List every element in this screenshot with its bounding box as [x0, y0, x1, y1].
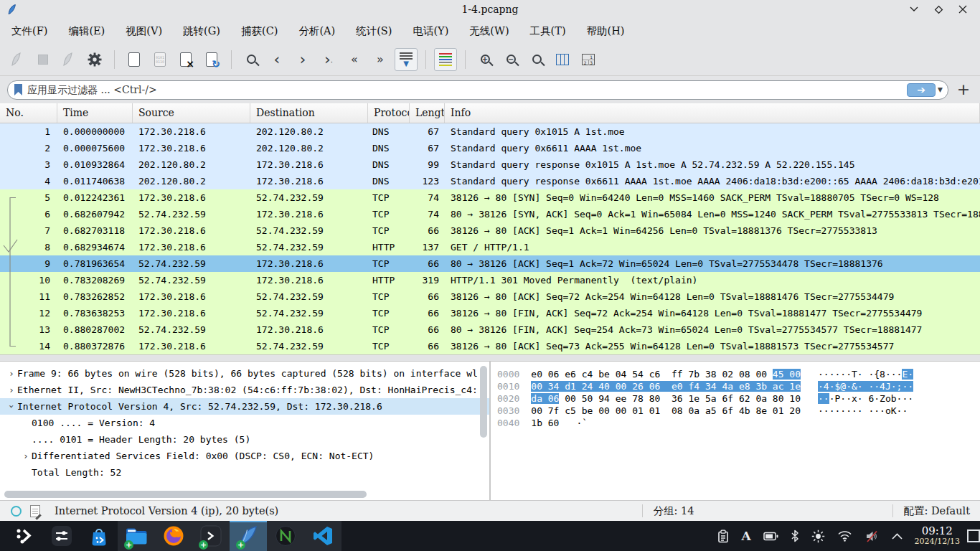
- reload-file-button[interactable]: ↻: [200, 48, 223, 71]
- go-to-packet-button[interactable]: ›·: [317, 48, 340, 71]
- column-header-lengtl[interactable]: Lengtl: [410, 103, 445, 123]
- find-packet-button[interactable]: [240, 48, 263, 71]
- vscode-taskbar-button[interactable]: [304, 521, 341, 551]
- detail-row[interactable]: ›Differentiated Services Field: 0x00 (DS…: [0, 448, 489, 464]
- hex-row[interactable]: 003000 7f c5 be 00 00 01 01 08 0a a5 6f …: [497, 405, 980, 417]
- capture-options-button[interactable]: [83, 48, 106, 71]
- control-center-taskbar-button[interactable]: [43, 521, 80, 551]
- restart-capture-button[interactable]: [57, 48, 80, 71]
- menu-item-7[interactable]: 电话(Y): [410, 22, 451, 40]
- number-columns-button[interactable]: 123: [577, 48, 600, 71]
- firefox-taskbar-button[interactable]: [155, 521, 192, 551]
- column-header-time[interactable]: Time: [57, 103, 133, 123]
- clipboard-icon[interactable]: [717, 529, 729, 543]
- packet-row[interactable]: 50.012242361172.30.218.652.74.232.59TCP7…: [0, 189, 980, 206]
- detail-row[interactable]: Total Length: 52: [0, 464, 489, 481]
- column-header-protocol[interactable]: Protocol: [368, 103, 410, 123]
- stop-capture-button[interactable]: [32, 48, 55, 71]
- display-filter-input[interactable]: [27, 84, 907, 95]
- app-store-taskbar-button[interactable]: [80, 521, 118, 551]
- expander-icon[interactable]: ›: [6, 365, 17, 382]
- show-desktop-button[interactable]: [967, 529, 980, 542]
- hex-row[interactable]: 001000 34 d1 24 40 00 26 06 e0 f4 34 4a …: [497, 380, 980, 392]
- expander-icon[interactable]: ›: [20, 448, 32, 464]
- detail-row[interactable]: ›Frame 9: 66 bytes on wire (528 bits), 6…: [0, 365, 489, 382]
- open-file-button[interactable]: [123, 48, 146, 71]
- filter-dropdown-caret-icon[interactable]: ▼: [938, 86, 943, 93]
- packet-row[interactable]: 140.880372876172.30.218.652.74.232.59TCP…: [0, 338, 980, 354]
- packet-row[interactable]: 30.010932864202.120.80.2172.30.218.6DNS9…: [0, 156, 980, 173]
- chevron-up-icon[interactable]: [891, 532, 903, 540]
- wireshark-taskbar-button[interactable]: +: [230, 521, 267, 551]
- minimize-button[interactable]: [907, 2, 921, 17]
- apply-filter-button[interactable]: ➔: [907, 83, 936, 97]
- column-header-no[interactable]: No.: [0, 103, 57, 123]
- bluetooth-icon[interactable]: [791, 529, 799, 542]
- taskbar-clock[interactable]: 09:12 2024/12/13: [915, 525, 960, 547]
- go-forward-button[interactable]: ›: [291, 48, 314, 71]
- packet-row[interactable]: 40.011740638202.120.80.2172.30.218.6DNS1…: [0, 173, 980, 189]
- start-capture-button[interactable]: [6, 48, 29, 71]
- menu-item-6[interactable]: 统计(S): [353, 22, 395, 40]
- detail-row[interactable]: ›Internet Protocol Version 4, Src: 52.74…: [0, 398, 489, 415]
- maximize-button[interactable]: [931, 2, 946, 17]
- terminal-taskbar-button[interactable]: +: [192, 521, 230, 551]
- go-back-button[interactable]: ‹: [265, 48, 288, 71]
- packet-row[interactable]: 90.78196365452.74.232.59172.30.218.6TCP6…: [0, 255, 980, 272]
- add-filter-button-plus-icon[interactable]: +: [954, 80, 973, 99]
- details-horizontal-scrollbar[interactable]: [4, 491, 471, 498]
- packet-row[interactable]: 10.000000000172.30.218.6202.120.80.2DNS6…: [0, 123, 980, 140]
- column-header-source[interactable]: Source: [133, 103, 250, 123]
- column-header-info[interactable]: Info: [445, 103, 980, 123]
- menu-item-0[interactable]: 文件(F): [9, 22, 50, 40]
- capture-comment-icon[interactable]: [30, 505, 40, 517]
- column-header-destination[interactable]: Destination: [250, 103, 368, 123]
- volume-muted-icon[interactable]: [864, 530, 879, 542]
- pane-splitter[interactable]: [0, 354, 980, 362]
- colorize-button[interactable]: [434, 48, 457, 71]
- hex-row[interactable]: 0020da 06 00 50 94 ee 78 80 36 1e 5a 6f …: [497, 392, 980, 405]
- detail-row[interactable]: .... 0101 = Header Length: 20 bytes (5): [0, 431, 489, 448]
- auto-scroll-button[interactable]: ▼: [395, 48, 418, 71]
- close-button[interactable]: [956, 2, 970, 17]
- last-packet-button[interactable]: »: [369, 48, 392, 71]
- packet-row[interactable]: 120.783638253172.30.218.652.74.232.59TCP…: [0, 305, 980, 321]
- menu-item-10[interactable]: 帮助(H): [584, 22, 628, 40]
- launcher-taskbar-button[interactable]: [6, 521, 43, 551]
- packet-row[interactable]: 100.78320826952.74.232.59172.30.218.6HTT…: [0, 272, 980, 288]
- hex-row[interactable]: 0000e0 06 e6 c4 be 04 54 c6 ff 7b 38 02 …: [497, 368, 980, 380]
- close-file-button[interactable]: ×: [174, 48, 197, 71]
- packet-row[interactable]: 130.88028700252.74.232.59172.30.218.6TCP…: [0, 321, 980, 338]
- zoom-reset-button[interactable]: [525, 48, 548, 71]
- packet-row[interactable]: 70.682703118172.30.218.652.74.232.59TCP6…: [0, 222, 980, 239]
- detail-row[interactable]: ›Ethernet II, Src: NewH3CTechno_7b:38:02…: [0, 382, 489, 398]
- profile-name[interactable]: 配置: Default: [903, 504, 980, 518]
- expander-icon[interactable]: ›: [4, 401, 20, 413]
- hex-row[interactable]: 00401b 60·`: [497, 417, 980, 429]
- packet-row[interactable]: 110.783262852172.30.218.652.74.232.59TCP…: [0, 288, 980, 305]
- expander-icon[interactable]: ›: [6, 382, 17, 398]
- file-manager-taskbar-button[interactable]: +: [118, 521, 155, 551]
- zoom-in-button[interactable]: +: [473, 48, 496, 71]
- packet-row[interactable]: 80.682934674172.30.218.652.74.232.59HTTP…: [0, 239, 980, 255]
- menu-item-4[interactable]: 捕获(C): [238, 22, 281, 40]
- expert-info-icon[interactable]: [11, 506, 22, 517]
- save-file-button[interactable]: 01010110: [149, 48, 171, 71]
- zoom-out-button[interactable]: −: [499, 48, 522, 71]
- detail-row[interactable]: 0100 .... = Version: 4: [0, 415, 489, 431]
- menu-item-2[interactable]: 视图(V): [123, 22, 165, 40]
- filter-bookmark-icon[interactable]: [14, 84, 22, 95]
- details-vertical-scrollbar[interactable]: [480, 366, 487, 481]
- menu-item-9[interactable]: 工具(T): [527, 22, 569, 40]
- menu-item-3[interactable]: 跳转(G): [180, 22, 223, 40]
- brightness-icon[interactable]: [811, 529, 825, 543]
- packet-row[interactable]: 60.68260794252.74.232.59172.30.218.6TCP7…: [0, 206, 980, 222]
- menu-item-8[interactable]: 无线(W): [466, 22, 512, 40]
- first-packet-button[interactable]: «: [343, 48, 366, 71]
- neovim-taskbar-button[interactable]: [267, 521, 304, 551]
- menu-item-1[interactable]: 编辑(E): [65, 22, 108, 40]
- packet-row[interactable]: 20.000075600172.30.218.6202.120.80.2DNS6…: [0, 140, 980, 156]
- menu-item-5[interactable]: 分析(A): [296, 22, 338, 40]
- input-method-icon[interactable]: A: [741, 530, 750, 542]
- resize-columns-button[interactable]: [551, 48, 574, 71]
